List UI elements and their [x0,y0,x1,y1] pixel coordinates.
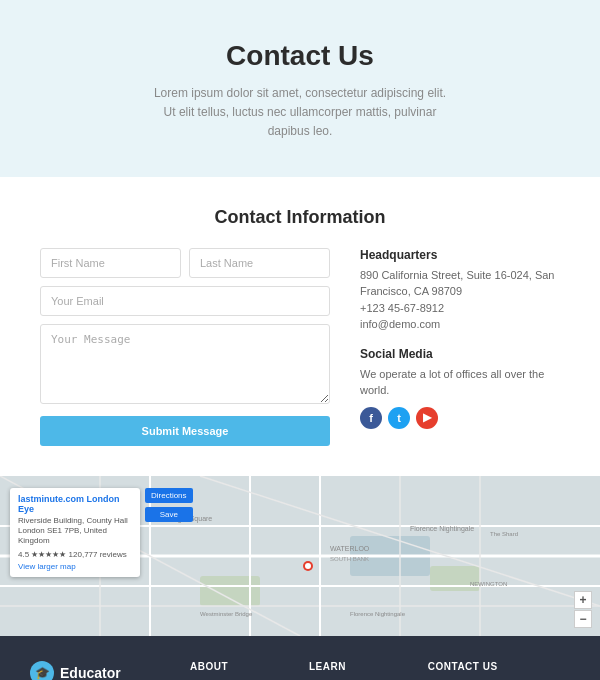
map-actions: Directions Save [145,488,193,522]
twitter-icon[interactable]: t [388,407,410,429]
map-background: Trafalgar Square WATERLOO SOUTH BANK Flo… [0,476,600,636]
footer-about: ABOUT Our mission Our story Team Members… [190,661,289,680]
contact-heading: Contact Information [40,207,560,228]
hero-section: Contact Us Lorem ipsum dolor sit amet, c… [0,0,600,177]
hero-description: Lorem ipsum dolor sit amet, consectetur … [150,84,450,142]
headquarters-email: info@demo.com [360,316,560,333]
map-section: Trafalgar Square WATERLOO SOUTH BANK Flo… [0,476,600,636]
svg-text:WATERLOO: WATERLOO [330,545,370,552]
headquarters-title: Headquarters [360,248,560,262]
footer-contact: CONTACT US ✉ help.educator@pixelshow.com… [428,661,570,680]
submit-button[interactable]: Submit Message [40,416,330,446]
footer-logo: 🎓 Educator [30,661,170,680]
svg-rect-3 [430,566,480,591]
svg-text:Westminster Bridge: Westminster Bridge [200,611,253,617]
about-heading: ABOUT [190,661,289,672]
svg-point-26 [305,563,311,569]
contact-section: Contact Information Submit Message Headq… [0,177,600,476]
contact-info: Headquarters 890 California Street, Suit… [360,248,560,446]
map-controls: + − [574,591,592,628]
name-row [40,248,330,278]
svg-text:The Shard: The Shard [490,531,518,537]
zoom-out-button[interactable]: − [574,610,592,628]
logo-icon: 🎓 [30,661,54,680]
social-title: Social Media [360,347,560,361]
social-description: We operate a lot of offices all over the… [360,366,560,399]
facebook-icon[interactable]: f [360,407,382,429]
headquarters-address: 890 California Street, Suite 16-024, San… [360,267,560,300]
popup-title: lastminute.com London Eye [18,494,132,514]
email-row [40,286,330,316]
contact-grid: Submit Message Headquarters 890 Californ… [40,248,560,446]
svg-text:Florence Nightingale: Florence Nightingale [350,611,406,617]
popup-address: Riverside Building, County Hall London S… [18,516,132,547]
headquarters-block: Headquarters 890 California Street, Suit… [360,248,560,333]
social-block: Social Media We operate a lot of offices… [360,347,560,429]
headquarters-phone: +123 45-67-8912 [360,300,560,317]
directions-button[interactable]: Directions [145,488,193,503]
zoom-in-button[interactable]: + [574,591,592,609]
social-icons: f t ▶ [360,407,560,429]
popup-link[interactable]: View larger map [18,562,132,571]
footer-brand: 🎓 Educator Duis aute irure dolor in repr… [30,661,170,680]
footer: 🎓 Educator Duis aute irure dolor in repr… [0,636,600,680]
contact-us-heading: CONTACT US [428,661,570,672]
svg-text:NEWINGTON: NEWINGTON [470,581,507,587]
svg-text:SOUTH BANK: SOUTH BANK [330,556,369,562]
map-popup: lastminute.com London Eye Riverside Buil… [10,488,140,577]
email-input[interactable] [40,286,330,316]
last-name-input[interactable] [189,248,330,278]
message-textarea[interactable] [40,324,330,404]
logo-text: Educator [60,665,121,680]
youtube-icon[interactable]: ▶ [416,407,438,429]
footer-learn: LEARN Tutorials How it works F.A.Q Tech … [309,661,408,680]
popup-rating: 4.5 ★★★★★ 120,777 reviews [18,550,132,559]
contact-form: Submit Message [40,248,330,446]
hero-title: Contact Us [20,40,580,72]
svg-text:Florence Nightingale: Florence Nightingale [410,525,474,533]
learn-heading: LEARN [309,661,408,672]
first-name-input[interactable] [40,248,181,278]
save-map-button[interactable]: Save [145,507,193,522]
